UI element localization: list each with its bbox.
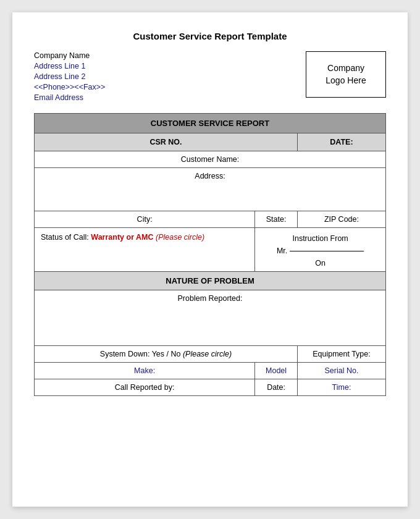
status-value-bold: Warranty or AMC — [91, 233, 153, 242]
serial-cell: Serial No. — [297, 363, 385, 379]
model-cell: Model — [255, 363, 298, 379]
company-logo: CompanyLogo Here — [306, 51, 386, 98]
nature-header-row: NATURE OF PROBLEM — [35, 272, 386, 290]
system-down-cell: System Down: Yes / No (Please circle) — [35, 346, 298, 363]
mr-label: Mr. — [277, 247, 287, 255]
make-label: Make: — [134, 366, 155, 375]
model-label: Model — [266, 366, 287, 375]
make-cell: Make: — [35, 363, 255, 379]
mr-line: Mr. — [277, 247, 364, 255]
serial-label: Serial No. — [325, 366, 359, 375]
city-cell: City: — [35, 211, 255, 228]
company-info: Company Name Address Line 1 Address Line… — [34, 51, 105, 102]
header-section: Company Name Address Line 1 Address Line… — [34, 51, 386, 102]
system-down-italic: (Please circle) — [183, 350, 232, 358]
nature-header-cell: NATURE OF PROBLEM — [35, 272, 386, 290]
state-cell: State: — [255, 211, 298, 228]
csr-date-row: CSR NO. DATE: — [35, 133, 386, 151]
customer-name-cell: Customer Name: — [35, 151, 386, 168]
page-title: Customer Service Report Template — [34, 31, 386, 41]
company-name: Company Name — [34, 51, 105, 60]
mr-underline — [290, 251, 364, 251]
problem-reported-row: Problem Reported: — [35, 290, 386, 346]
status-instruction-row: Status of Call: Warranty or AMC (Please … — [35, 228, 386, 272]
call-reported-cell: Call Reported by: — [35, 379, 255, 396]
city-state-zip-row: City: State: ZIP Code: — [35, 211, 386, 228]
on-label: On — [315, 259, 326, 268]
address-row: Address: — [35, 168, 386, 211]
system-down-label: System Down: Yes / No — [100, 350, 181, 358]
logo-text: CompanyLogo Here — [326, 62, 366, 86]
main-header-row: CUSTOMER SERVICE REPORT — [35, 114, 386, 133]
status-value-italic: (Please circle) — [156, 233, 204, 242]
report-table: CUSTOMER SERVICE REPORT CSR NO. DATE: Cu… — [34, 113, 386, 396]
customer-name-row: Customer Name: — [35, 151, 386, 168]
time-label: Time: — [332, 383, 351, 392]
date-label-cell: DATE: — [297, 133, 385, 151]
system-down-row: System Down: Yes / No (Please circle) Eq… — [35, 346, 386, 363]
call-reported-row: Call Reported by: Date: Time: — [35, 379, 386, 396]
problem-cell: Problem Reported: — [35, 290, 386, 346]
address-line2: Address Line 2 — [34, 72, 105, 81]
zip-cell: ZIP Code: — [297, 211, 385, 228]
make-model-serial-row: Make: Model Serial No. — [35, 363, 386, 379]
instruction-cell: Instruction From Mr. On — [255, 228, 386, 272]
phone-fax: <<Phone>><<Fax>> — [34, 83, 105, 91]
equipment-cell: Equipment Type: — [297, 346, 385, 363]
instruction-content: Instruction From Mr. On — [261, 232, 379, 268]
status-cell: Status of Call: Warranty or AMC (Please … — [35, 228, 255, 272]
address-line1: Address Line 1 — [34, 62, 105, 70]
instruction-label: Instruction From — [292, 234, 348, 243]
date2-cell: Date: — [255, 379, 298, 396]
csr-label-cell: CSR NO. — [35, 133, 298, 151]
time-cell: Time: — [297, 379, 385, 396]
page: Customer Service Report Template Company… — [12, 12, 408, 507]
address-cell: Address: — [35, 168, 386, 211]
status-label: Status of Call: — [41, 233, 89, 242]
main-header-cell: CUSTOMER SERVICE REPORT — [35, 114, 386, 133]
email-address: Email Address — [34, 93, 105, 102]
